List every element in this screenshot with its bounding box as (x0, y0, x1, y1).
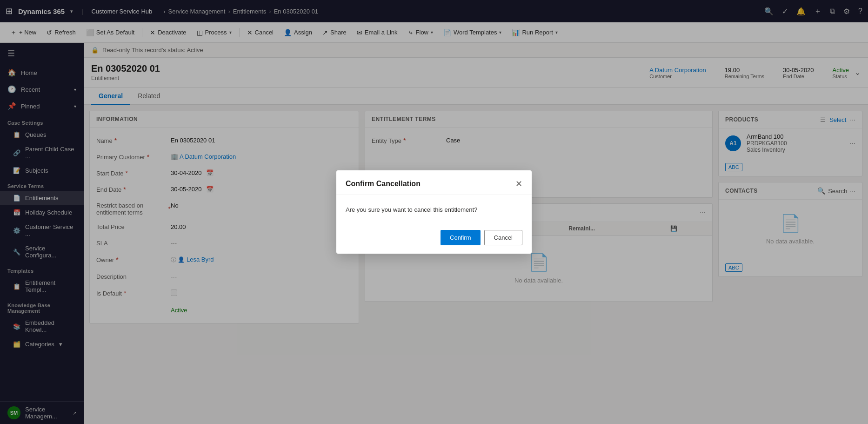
modal-header: Confirm Cancellation ✕ (336, 170, 532, 195)
modal-message: Are you sure you want to cancel this ent… (346, 206, 477, 213)
modal-cancel-button[interactable]: Cancel (484, 230, 522, 245)
modal-close-button[interactable]: ✕ (515, 179, 522, 189)
modal-title: Confirm Cancellation (346, 180, 421, 188)
modal-overlay: Confirm Cancellation ✕ Are you sure you … (0, 0, 868, 424)
confirm-cancellation-modal: Confirm Cancellation ✕ Are you sure you … (336, 170, 532, 254)
modal-body: Are you sure you want to cancel this ent… (336, 195, 532, 224)
modal-footer: Confirm Cancel (336, 224, 532, 254)
modal-confirm-button[interactable]: Confirm (441, 230, 481, 245)
